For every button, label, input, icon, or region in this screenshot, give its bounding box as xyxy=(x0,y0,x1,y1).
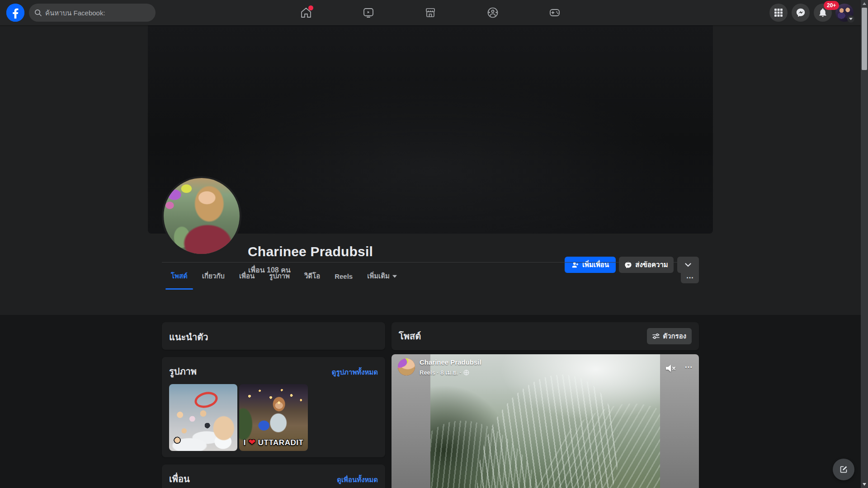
tab-friends[interactable]: เพื่อน xyxy=(232,263,262,290)
scrollbar-down-arrow[interactable] xyxy=(863,483,866,486)
chevron-down-icon xyxy=(849,18,853,20)
photos-title: รูปภาพ xyxy=(169,364,197,379)
tab-label: Reels xyxy=(335,272,353,280)
post-author-avatar[interactable] xyxy=(398,358,415,375)
profile-header xyxy=(0,25,861,315)
nav-center-tabs xyxy=(293,0,567,25)
profile-picture[interactable] xyxy=(162,176,241,256)
groups-icon xyxy=(486,6,499,19)
photo-caption: I ❤ UTTARADIT xyxy=(239,437,307,447)
see-all-friends-link[interactable]: ดูเพื่อนทั้งหมด xyxy=(337,474,378,485)
tab-label: รูปภาพ xyxy=(269,271,290,282)
account-chevron-badge[interactable] xyxy=(847,15,854,23)
photos-card: รูปภาพ ดูรูปภาพทั้งหมด I ❤ UTTARADIT xyxy=(162,357,385,457)
tab-posts[interactable]: โพสต์ xyxy=(164,263,195,290)
filters-button[interactable]: ตัวกรอง xyxy=(647,328,692,344)
marketplace-icon xyxy=(424,6,437,19)
compose-floating-button[interactable] xyxy=(833,459,854,480)
post-header: Charinee Pradubsil Reels · 8 เม.ย. · … xyxy=(392,354,699,386)
tab-label: เพื่อน xyxy=(239,271,255,282)
tab-photos[interactable]: รูปภาพ xyxy=(262,263,297,290)
profile-tabs: โพสต์ เกี่ยวกับ เพื่อน รูปภาพ วิดีโอ Ree… xyxy=(164,263,404,290)
posts-panel-title: โพสต์ xyxy=(399,329,421,343)
filters-label: ตัวกรอง xyxy=(663,331,686,342)
add-friend-button[interactable]: เพิ่มเพื่อน xyxy=(565,257,616,273)
scrollbar-up-arrow[interactable] xyxy=(863,2,866,5)
notification-count-badge: 20+ xyxy=(824,1,839,10)
top-navbar: 20+ xyxy=(0,0,861,25)
nav-marketplace-tab[interactable] xyxy=(418,0,443,25)
intro-card: แนะนำตัว xyxy=(162,322,385,350)
chevron-down-icon xyxy=(392,275,397,278)
send-message-button[interactable]: ส่งข้อความ xyxy=(619,257,674,273)
posts-panel-header: โพสต์ ตัวกรอง xyxy=(392,322,699,350)
tab-videos[interactable]: วิดีโอ xyxy=(297,263,327,290)
post-more-options-button[interactable]: … xyxy=(684,361,693,370)
globe-privacy-icon xyxy=(463,370,469,375)
facebook-logo[interactable] xyxy=(6,4,24,22)
facebook-f-icon xyxy=(6,4,24,22)
profile-more-options-button[interactable]: … xyxy=(681,269,699,283)
edit-pencil-icon xyxy=(839,465,849,474)
home-notification-dot xyxy=(308,5,313,10)
nav-watch-tab[interactable] xyxy=(356,0,381,25)
post-card: Charinee Pradubsil Reels · 8 เม.ย. · … xyxy=(392,354,699,488)
see-all-photos-link[interactable]: ดูรูปภาพทั้งหมด xyxy=(332,367,378,378)
tab-label: เกี่ยวกับ xyxy=(202,271,225,282)
tab-label: โพสต์ xyxy=(171,271,188,282)
nav-groups-tab[interactable] xyxy=(480,0,505,25)
friends-card: เพื่อน ดูเพื่อนทั้งหมด เพื่อน 108 คน xyxy=(162,465,385,488)
add-friend-label: เพิ่มเพื่อน xyxy=(582,259,609,270)
tab-label: วิดีโอ xyxy=(304,271,320,282)
tab-label: เพิ่มเติม xyxy=(367,271,390,282)
nav-home-tab[interactable] xyxy=(293,0,319,25)
post-meta-text: Reels · 8 เม.ย. · xyxy=(420,368,462,377)
speaker-muted-icon xyxy=(665,363,678,373)
apps-menu-button[interactable] xyxy=(769,4,788,22)
scrollbar-thumb[interactable] xyxy=(862,8,867,70)
tab-more[interactable]: เพิ่มเติม xyxy=(360,263,404,290)
search-bar[interactable] xyxy=(29,4,156,22)
grid-menu-icon xyxy=(774,8,783,17)
post-author-photo xyxy=(398,358,415,375)
page-scrollbar[interactable] xyxy=(861,0,868,488)
messenger-icon xyxy=(796,8,806,18)
chevron-down-icon xyxy=(685,263,691,267)
photos-grid: I ❤ UTTARADIT xyxy=(169,384,378,451)
post-meta[interactable]: Reels · 8 เม.ย. · xyxy=(420,368,469,377)
intro-title: แนะนำตัว xyxy=(169,330,378,344)
gaming-icon xyxy=(548,6,561,19)
profile-picture-photo xyxy=(164,178,240,254)
tab-about[interactable]: เกี่ยวกับ xyxy=(195,263,232,290)
search-icon xyxy=(34,9,42,16)
messenger-button[interactable] xyxy=(792,4,810,22)
caption-text: I xyxy=(244,438,246,447)
caption-text: UTTARADIT xyxy=(258,438,304,447)
send-message-label: ส่งข้อความ xyxy=(635,259,668,270)
filter-sliders-icon xyxy=(652,333,660,339)
post-author-name[interactable]: Charinee Pradubsil xyxy=(420,358,481,366)
heart-icon: ❤ xyxy=(248,437,255,447)
friends-title: เพื่อน xyxy=(169,472,190,486)
watch-video-icon xyxy=(362,6,375,19)
photo-thumbnail-classroom[interactable] xyxy=(169,384,237,451)
nav-gaming-tab[interactable] xyxy=(542,0,567,25)
tab-reels[interactable]: Reels xyxy=(327,263,360,290)
photo-thumbnail-market[interactable]: I ❤ UTTARADIT xyxy=(239,384,307,451)
profile-name: Charinee Pradubsil xyxy=(248,244,373,259)
mute-toggle-button[interactable] xyxy=(665,363,678,373)
search-input[interactable] xyxy=(45,9,145,17)
